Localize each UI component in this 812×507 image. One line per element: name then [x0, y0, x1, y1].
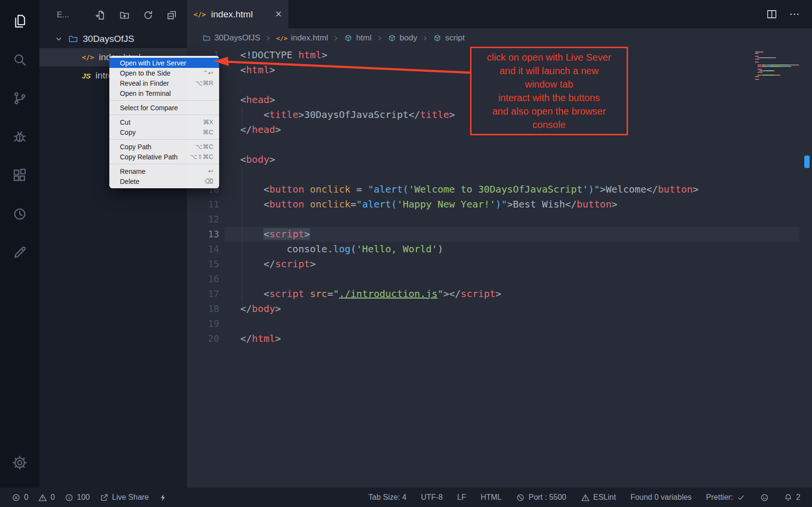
refresh-icon[interactable]	[143, 10, 154, 21]
status-label: 0	[51, 493, 55, 502]
code-line-17: 17 <script src="./introduction.js"></scr…	[187, 286, 812, 301]
activity-search-button[interactable]	[0, 40, 39, 79]
explorer-title: E...	[57, 10, 95, 20]
status-label: UTF-8	[421, 493, 443, 502]
warning-icon	[581, 493, 590, 502]
new-folder-icon[interactable]	[119, 10, 130, 21]
status-html[interactable]: HTML	[481, 493, 502, 502]
status-tab-size-4[interactable]: Tab Size: 4	[368, 493, 406, 502]
new-file-icon[interactable]	[95, 10, 106, 21]
line-number: 18	[187, 301, 219, 316]
menu-item-label: Rename	[120, 168, 145, 175]
menu-item-open-in-terminal[interactable]: Open in Terminal	[109, 88, 219, 98]
activity-explorer-button[interactable]	[0, 2, 39, 40]
js-file-icon: JS	[82, 72, 91, 80]
menu-item-open-with-live-server[interactable]: Open with Live Server	[109, 58, 219, 68]
code-text: </script>	[240, 257, 316, 272]
status-label: Prettier:	[706, 493, 733, 502]
code-line-13: 13 <script>	[187, 227, 812, 242]
folder-row-30daysofjs[interactable]: 30DaysOfJS	[39, 30, 187, 48]
status-2[interactable]: 2	[784, 493, 800, 502]
breadcrumb-index-html[interactable]: </>index.html	[276, 33, 328, 43]
minimap[interactable]	[755, 52, 802, 80]
activity-source-control-button[interactable]	[0, 79, 39, 117]
more-actions-icon[interactable]	[788, 8, 800, 20]
menu-item-copy-relative-path[interactable]: Copy Relative Path⌥⇧⌘C	[109, 152, 219, 162]
status-smiley-icon[interactable]	[760, 493, 769, 502]
activity-history-button[interactable]	[0, 195, 39, 233]
search-icon	[12, 52, 28, 68]
chevron-right-icon	[332, 34, 340, 42]
status-left: 00100Live Share	[12, 493, 168, 502]
annotation-line: and it will launch a new	[473, 64, 625, 78]
annotation-line: window tab	[473, 78, 625, 91]
check-icon	[736, 493, 746, 502]
line-number: 13	[187, 227, 219, 242]
tab-index-html[interactable]: </> index.html ×	[187, 0, 289, 28]
activity-feedback-button[interactable]	[0, 233, 39, 272]
breadcrumb-html[interactable]: html	[344, 33, 371, 43]
menu-item-open-to-the-side[interactable]: Open to the Side⌃↩	[109, 68, 219, 78]
activity-bar-top	[0, 2, 39, 272]
status-label: ESLint	[593, 493, 616, 502]
live-share-icon	[100, 493, 109, 502]
code-line-19: 19	[187, 316, 812, 331]
status-flash-icon[interactable]	[158, 493, 168, 502]
menu-separator	[110, 115, 219, 115]
annotation-line: interact with the buttons	[473, 91, 625, 104]
menu-item-label: Copy Relative Path	[120, 153, 178, 161]
vscode-window: E... 30DaysOfJS </>index.htmlJSintroduct…	[0, 0, 812, 507]
code-text: <button onclick = "alert('Welcome to 30D…	[240, 182, 698, 197]
code-line-14: 14 console.log('Hello, World')	[187, 242, 812, 257]
status-prettier[interactable]: Prettier:	[706, 493, 746, 502]
annotation-line: console	[473, 118, 625, 131]
split-editor-icon[interactable]	[766, 8, 778, 20]
status-found-0-variables[interactable]: Found 0 variables	[630, 493, 692, 502]
menu-item-copy-path[interactable]: Copy Path⌥⌘C	[109, 142, 219, 152]
menu-item-rename[interactable]: Rename↩	[109, 166, 219, 176]
close-tab-icon[interactable]: ×	[275, 9, 282, 20]
symbol-icon	[388, 34, 396, 42]
code-line-20: 20</html>	[187, 331, 812, 346]
scrollbar-marker	[804, 156, 810, 168]
status-eslint[interactable]: ESLint	[581, 493, 616, 502]
line-number: 17	[187, 286, 219, 301]
menu-item-cut[interactable]: Cut⌘X	[109, 117, 219, 127]
source-control-icon	[12, 90, 28, 106]
status-utf-8[interactable]: UTF-8	[421, 493, 443, 502]
breadcrumb-body[interactable]: body	[388, 33, 418, 43]
code-text: <script src="./introduction.js"></script…	[240, 286, 501, 301]
line-number: 15	[187, 257, 219, 272]
editor-actions	[766, 0, 812, 28]
status-label: Tab Size: 4	[368, 493, 406, 502]
menu-item-label: Delete	[120, 178, 139, 185]
status-live-share[interactable]: Live Share	[100, 493, 149, 502]
status-0[interactable]: 0	[38, 493, 55, 502]
menu-item-reveal-in-finder[interactable]: Reveal in Finder⌥⌘R	[109, 78, 219, 88]
code-text: </head>	[240, 122, 281, 137]
breadcrumb-script[interactable]: script	[433, 33, 465, 43]
menu-item-delete[interactable]: Delete⌫	[109, 176, 219, 186]
breadcrumbs: 30DaysOfJS</>index.htmlhtmlbodyscript	[187, 28, 812, 48]
chevron-down-icon	[54, 34, 64, 44]
menu-item-select-for-compare[interactable]: Select for Compare	[109, 103, 219, 113]
explorer-icon	[12, 13, 28, 29]
line-number: 11	[187, 197, 219, 212]
status-100[interactable]: 100	[65, 493, 90, 502]
status-lf[interactable]: LF	[457, 493, 466, 502]
code-text: </body>	[240, 301, 281, 316]
code-line-12: 12	[187, 212, 812, 227]
activity-extensions-button[interactable]	[0, 156, 39, 195]
activity-bar-bottom	[0, 443, 39, 482]
tab-label: index.html	[211, 9, 253, 20]
code-line-8: 8<body>	[187, 152, 812, 167]
menu-item-copy[interactable]: Copy⌘C	[109, 127, 219, 137]
menu-separator	[110, 100, 219, 101]
activity-debug-button[interactable]	[0, 117, 39, 156]
collapse-all-icon[interactable]	[166, 10, 177, 21]
status-right: Tab Size: 4UTF-8LFHTMLPort : 5500ESLintF…	[368, 493, 800, 502]
status-port-5500[interactable]: Port : 5500	[516, 493, 566, 502]
activity-settings-button[interactable]	[0, 443, 39, 482]
status-0[interactable]: 0	[12, 493, 28, 502]
breadcrumb-30daysofjs[interactable]: 30DaysOfJS	[202, 33, 260, 43]
